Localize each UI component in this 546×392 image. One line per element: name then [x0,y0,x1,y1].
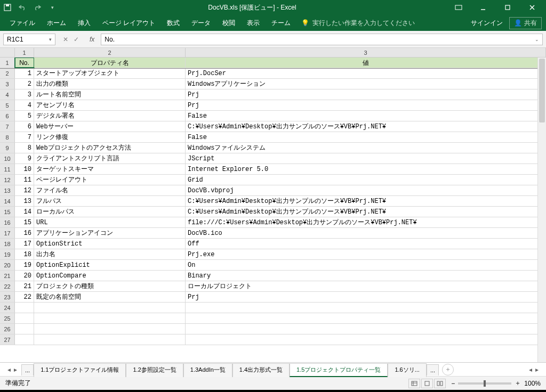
row-header[interactable]: 19 [0,249,15,259]
cell[interactable]: 出力名 [34,249,186,259]
sheet-tab-more[interactable]: ... [21,364,34,375]
qat-dropdown-icon[interactable]: ▾ [48,3,57,12]
scrollbar-thumb[interactable] [539,59,545,123]
cell[interactable]: 11 [15,175,34,185]
cell[interactable]: 4 [15,100,34,110]
cell[interactable]: 8 [15,143,34,153]
cell[interactable]: Prj [186,292,546,302]
sheet-nav-next-icon[interactable]: ▸ [14,366,17,373]
row-header[interactable]: 20 [0,260,15,270]
share-button[interactable]: 👤共有 [509,17,542,29]
cell[interactable]: No. [15,58,34,68]
cell[interactable]: False [186,132,546,142]
row-header[interactable]: 13 [0,185,15,195]
cell[interactable]: アプリケーションアイコン [34,228,186,238]
cell[interactable]: デジタル署名 [34,111,186,121]
cell[interactable]: 21 [15,281,34,291]
cell[interactable]: Prj [186,89,546,100]
zoom-in-icon[interactable]: ＋ [515,379,521,388]
cell[interactable]: Windowsアプリケーション [186,79,546,89]
undo-icon[interactable] [18,3,27,12]
cell[interactable]: Binary [186,271,546,281]
cell[interactable]: ファイル名 [34,185,186,195]
cell[interactable]: 3 [15,89,34,100]
row-header[interactable]: 12 [0,175,15,185]
zoom-slider[interactable] [458,382,511,385]
ribbon-tab-0[interactable]: ファイル [4,15,41,31]
cell[interactable]: 18 [15,249,34,259]
hscroll-left-icon[interactable]: ◂ [529,366,532,373]
cell[interactable]: アセンブリ名 [34,100,186,110]
row-header[interactable]: 7 [0,121,15,132]
cell[interactable]: Prj [186,100,546,110]
cell[interactable]: 17 [15,239,34,249]
row-header[interactable]: 10 [0,153,15,164]
cell[interactable]: 2 [15,79,34,89]
column-header-1[interactable]: 1 [15,48,34,57]
signin-link[interactable]: サインイン [471,19,503,28]
cell[interactable]: OptionExplicit [34,260,186,270]
cell[interactable]: OptionStrict [34,239,186,249]
ribbon-tab-2[interactable]: 挿入 [73,15,96,31]
row-header[interactable]: 5 [0,100,15,110]
ribbon-tab-3[interactable]: ページ レイアウト [97,15,160,31]
cell[interactable]: スタートアップオブジェクト [34,68,186,78]
cell[interactable]: ルート名前空間 [34,89,186,100]
cell[interactable]: file:///C:¥Users¥Admin¥Desktop¥出力サンプルのソー… [186,217,546,227]
cell[interactable] [186,324,546,334]
sheet-tab-1[interactable]: 1.2参照設定一覧 [126,363,183,377]
cell[interactable] [34,303,186,313]
row-header[interactable]: 11 [0,164,15,174]
cell[interactable]: プロジェクトの種類 [34,281,186,291]
close-icon[interactable] [521,1,543,14]
ribbon-display-icon[interactable] [448,1,469,14]
cell[interactable] [15,324,34,334]
ribbon-tab-8[interactable]: チーム [266,15,296,31]
cell[interactable]: 5 [15,111,34,121]
cell[interactable]: Internet Explorer 5.0 [186,164,546,174]
cell[interactable]: DocVB.ico [186,228,546,238]
row-header[interactable]: 18 [0,239,15,249]
cell[interactable]: URL [34,217,186,227]
cell[interactable]: C:¥Users¥Admin¥Desktop¥出力サンプルのソース¥VB¥Prj… [186,121,546,132]
cell[interactable]: 6 [15,121,34,132]
fx-icon[interactable]: fx [86,36,98,43]
formula-input[interactable]: No. ⌄ [101,34,543,45]
cell[interactable]: Prj.exe [186,249,546,259]
row-header[interactable]: 25 [0,313,15,323]
sheet-tab-0[interactable]: 1.1プロジェクトファイル情報 [34,363,126,377]
row-header[interactable]: 14 [0,196,15,206]
cell[interactable] [15,334,34,345]
enter-icon[interactable]: ✓ [74,36,79,43]
column-header-3[interactable]: 3 [186,48,546,57]
row-header[interactable]: 17 [0,228,15,238]
select-all-corner[interactable] [0,48,15,57]
ribbon-tab-5[interactable]: データ [186,15,216,31]
cell[interactable]: リンク修復 [34,132,186,142]
cell[interactable]: 15 [15,217,34,227]
cell[interactable]: 値 [186,58,546,68]
save-icon[interactable] [3,3,12,12]
cell[interactable] [186,313,546,323]
add-sheet-icon[interactable]: ＋ [442,364,454,375]
cancel-icon[interactable]: ✕ [63,36,68,43]
ribbon-tab-4[interactable]: 数式 [162,15,185,31]
ribbon-tab-1[interactable]: ホーム [42,15,71,31]
cell[interactable]: OptionCompare [34,271,186,281]
cell[interactable]: ページレイアウト [34,175,186,185]
cell[interactable]: 1 [15,68,34,78]
row-header[interactable]: 23 [0,292,15,302]
zoom-out-icon[interactable]: − [451,380,455,387]
cell[interactable]: ローカルパス [34,207,186,217]
cell[interactable] [186,334,546,345]
page-layout-view-icon[interactable] [421,379,433,388]
row-header[interactable]: 27 [0,334,15,345]
minimize-icon[interactable] [472,1,494,14]
cell[interactable]: 10 [15,164,34,174]
cell[interactable]: 22 [15,292,34,302]
page-break-view-icon[interactable] [434,379,446,388]
row-header[interactable]: 2 [0,68,15,78]
vertical-scrollbar[interactable] [537,58,546,362]
cell[interactable] [186,303,546,313]
cell[interactable]: ローカルプロジェクト [186,281,546,291]
